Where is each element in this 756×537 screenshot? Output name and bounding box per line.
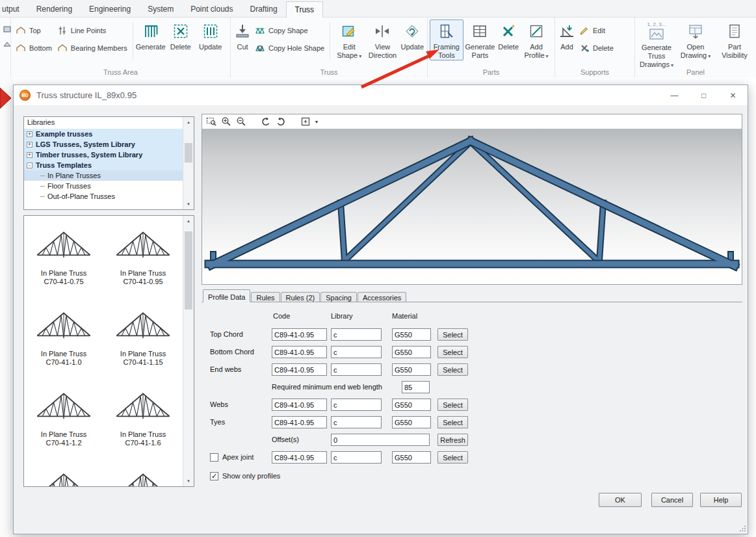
tree-item-truss-templates[interactable]: -Truss Templates — [24, 160, 183, 170]
tab-accessories[interactable]: Accessories — [358, 292, 406, 302]
bottom-button[interactable]: Bottom — [16, 43, 52, 53]
bottom-chord-select-button[interactable]: Select — [437, 346, 468, 358]
tyes-material-input[interactable] — [392, 416, 431, 428]
dialog-titlebar[interactable]: BD Truss structure IL_89x0.95 — □ ✕ — [14, 85, 748, 105]
ribbon-tab-system[interactable]: System — [139, 1, 182, 17]
end-webs-code-input[interactable] — [272, 363, 327, 376]
scroll-thumb[interactable] — [185, 143, 192, 163]
tyes-code-input[interactable] — [272, 416, 327, 428]
generate-parts-button[interactable]: Generate Parts — [463, 20, 497, 60]
tree-item-floor-trusses[interactable]: Floor Trusses — [24, 181, 183, 191]
zoom-window-icon[interactable] — [206, 116, 216, 127]
cut-button[interactable]: Cut — [233, 20, 252, 51]
bearing-members-button[interactable]: Bearing Members — [57, 43, 127, 53]
tree-item-out-of-plane-trusses[interactable]: Out-of-Plane Trusses — [24, 191, 183, 202]
help-button[interactable]: Help — [700, 493, 742, 507]
collapse-toggle-icon[interactable]: - — [27, 163, 33, 168]
min-end-web-length-input[interactable] — [402, 381, 430, 393]
webs-select-button[interactable]: Select — [437, 399, 468, 411]
tree-item-timber-trusses[interactable]: +Timber trusses, System Library — [24, 150, 183, 160]
minimize-button[interactable]: — — [660, 85, 689, 105]
tab-rules[interactable]: Rules — [251, 292, 280, 302]
view-direction-button[interactable]: View Direction — [365, 20, 399, 60]
top-chord-library-input[interactable] — [331, 328, 382, 341]
top-chord-code-input[interactable] — [272, 328, 327, 341]
part-visibility-button[interactable]: Part Visibility — [715, 20, 754, 60]
template-item-8[interactable] — [105, 465, 181, 486]
scroll-up-icon[interactable]: ▲ — [183, 117, 194, 127]
apex-joint-code-input[interactable] — [272, 451, 327, 464]
expand-toggle-icon[interactable]: + — [27, 152, 33, 158]
tab-spacing[interactable]: Spacing — [320, 292, 357, 302]
offset-input[interactable] — [331, 434, 430, 446]
template-item-7[interactable] — [26, 465, 101, 486]
end-webs-material-input[interactable] — [392, 363, 431, 376]
apex-joint-library-input[interactable] — [331, 451, 382, 464]
webs-library-input[interactable] — [331, 399, 382, 411]
bottom-chord-code-input[interactable] — [272, 346, 327, 358]
truss-3d-view[interactable] — [202, 129, 742, 284]
framing-tools-button[interactable]: Framing Tools — [430, 20, 463, 60]
scroll-down-icon[interactable]: ▼ — [183, 476, 194, 486]
cancel-button[interactable]: Cancel — [651, 493, 693, 507]
end-webs-select-button[interactable]: Select — [437, 363, 468, 376]
cutoff-tool-icon[interactable] — [3, 40, 11, 48]
ribbon-tab-rendering[interactable]: Rendering — [28, 1, 81, 17]
edit-support-button[interactable]: Edit — [579, 25, 614, 36]
top-chord-select-button[interactable]: Select — [437, 328, 468, 341]
copy-hole-shape-button[interactable]: Copy Hole Shape — [255, 43, 324, 53]
expand-toggle-icon[interactable]: + — [27, 142, 33, 148]
fit-view-icon[interactable] — [300, 116, 311, 127]
open-drawing-button[interactable]: Open Drawing▾ — [676, 20, 715, 60]
templates-scrollbar[interactable]: ▲ ▼ — [183, 216, 194, 486]
ribbon-tab-truss[interactable]: Truss — [286, 1, 324, 18]
rotate-ccw-icon[interactable] — [261, 116, 271, 127]
tyes-select-button[interactable]: Select — [437, 416, 468, 428]
template-item-5[interactable]: In Plane TrussC70-41-1.2 — [26, 385, 101, 465]
cutoff-tool-icon[interactable] — [3, 25, 11, 33]
apex-joint-select-button[interactable]: Select — [437, 451, 468, 464]
apex-joint-checkbox[interactable] — [210, 453, 218, 462]
refresh-button[interactable]: Refresh — [437, 434, 468, 446]
ok-button[interactable]: OK — [599, 493, 642, 507]
delete-truss-area-button[interactable]: Delete — [166, 20, 196, 51]
tree-item-in-plane-trusses[interactable]: In Plane Trusses — [24, 170, 183, 181]
template-item-2[interactable]: In Plane TrussC70-41-0.95 — [105, 224, 181, 304]
rotate-cw-icon[interactable] — [276, 116, 286, 127]
show-only-profiles-checkbox[interactable]: ✓ — [210, 472, 218, 480]
copy-shape-button[interactable]: Copy Shape — [255, 25, 324, 36]
edit-shape-button[interactable]: Edit Shape▾ — [333, 20, 365, 60]
zoom-in-icon[interactable] — [221, 116, 231, 127]
template-item-4[interactable]: In Plane TrussC70-41-1.15 — [105, 304, 181, 385]
top-button[interactable]: Top — [16, 25, 52, 36]
update-truss-area-button[interactable]: Update — [196, 20, 226, 51]
webs-code-input[interactable] — [272, 399, 327, 411]
zoom-out-icon[interactable] — [236, 116, 246, 127]
webs-material-input[interactable] — [392, 399, 431, 411]
generate-truss-drawings-button[interactable]: 1, 2, 3...Generate Truss Drawings▾ — [637, 20, 676, 69]
tree-item-example-trusses[interactable]: +Example trusses — [24, 129, 183, 139]
resize-grip[interactable] — [738, 525, 746, 532]
maximize-button[interactable]: □ — [689, 85, 718, 105]
libraries-scrollbar[interactable]: ▲ ▼ — [183, 117, 194, 209]
scroll-down-icon[interactable]: ▼ — [183, 199, 194, 209]
tab-profile-data[interactable]: Profile Data — [203, 289, 250, 302]
generate-truss-area-button[interactable]: Generate — [136, 20, 166, 51]
template-item-6[interactable]: In Plane TrussC70-41-1.6 — [105, 385, 181, 465]
tree-item-lgs-trusses[interactable]: +LGS Trusses, System Library — [24, 139, 183, 150]
bottom-chord-library-input[interactable] — [331, 346, 382, 358]
delete-parts-button[interactable]: Delete — [497, 20, 520, 51]
add-profile-button[interactable]: Add Profile▾ — [520, 20, 553, 60]
scroll-up-icon[interactable]: ▲ — [183, 216, 194, 226]
expand-toggle-icon[interactable]: + — [27, 131, 33, 137]
end-webs-library-input[interactable] — [331, 363, 382, 376]
template-item-1[interactable]: In Plane TrussC70-41-0.75 — [26, 224, 101, 304]
close-button[interactable]: ✕ — [718, 85, 748, 105]
ribbon-tab-drafting[interactable]: Drafting — [242, 1, 286, 17]
ribbon-tab-point-clouds[interactable]: Point clouds — [182, 1, 241, 17]
ribbon-tab-output[interactable]: utput — [0, 1, 28, 17]
line-points-button[interactable]: Line Points — [57, 25, 127, 36]
template-item-3[interactable]: In Plane TrussC70-41-1.0 — [26, 304, 101, 385]
ribbon-tab-engineering[interactable]: Engineering — [81, 1, 139, 17]
bottom-chord-material-input[interactable] — [392, 346, 431, 358]
